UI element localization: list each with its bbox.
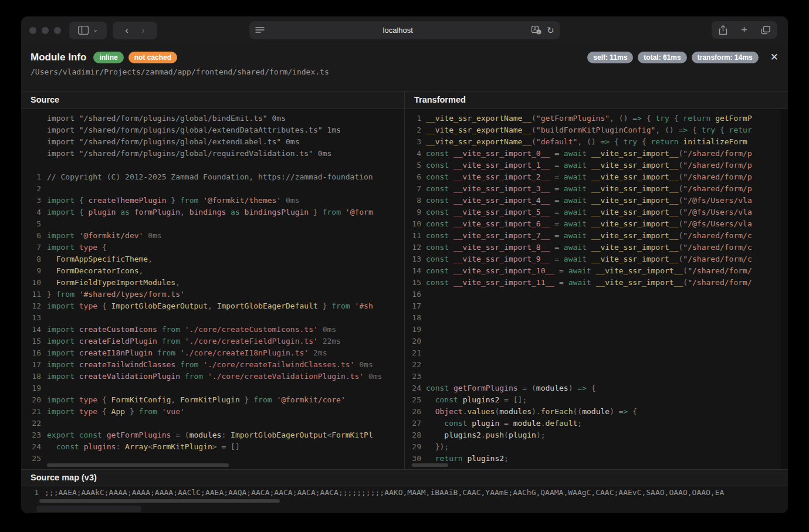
code-line: 10const __vite_ssr_import_6__ = await __… (405, 218, 788, 230)
code-line: 10 FormFieldTypeImportModules, (21, 277, 404, 289)
code-line: 21 (405, 347, 788, 359)
code-line: 2 (21, 183, 404, 195)
not-cached-badge: not cached (128, 52, 177, 63)
code-line: 1__vite_ssr_exportName__("getFormPlugins… (405, 113, 788, 124)
browser-window: ⌄ ‹ › localhost Ax ↻ + (21, 16, 788, 513)
code-line: 26 Object.values(modules).forEach((modul… (405, 406, 788, 418)
code-line: 8const __vite_ssr_import_4__ = await __v… (405, 195, 788, 206)
page-hscrollbar[interactable] (36, 506, 141, 512)
code-line: 23 (405, 371, 788, 382)
chevron-down-icon: ⌄ (93, 26, 98, 33)
code-line: 5const __vite_ssr_import_1__ = await __v… (405, 160, 788, 171)
address-bar[interactable]: localhost Ax ↻ (249, 21, 560, 39)
sidebar-icon (78, 26, 89, 35)
code-line: 11} from '#shared/types/form.ts' (21, 289, 404, 300)
transformed-vscrollbar-track[interactable] (781, 109, 788, 469)
code-line: 8 FormAppSpecificTheme, (21, 253, 404, 265)
code-line: 30 return plugins2; (405, 453, 788, 465)
traffic-lights (29, 27, 61, 34)
code-line: 20import type { FormKitConfig, FormKitPl… (21, 394, 404, 406)
svg-text:A: A (533, 27, 537, 32)
code-line: 4const __vite_ssr_import_0__ = await __v… (405, 148, 788, 160)
code-line: 22 (21, 418, 404, 429)
new-tab-button[interactable]: + (741, 23, 747, 36)
forward-button[interactable]: › (141, 25, 145, 35)
close-icon[interactable]: ✕ (770, 51, 778, 63)
code-line (21, 160, 404, 171)
code-line: 15import createFieldPlugin from './core/… (21, 336, 404, 347)
module-info-header: Module Info inline not cached self: 11ms… (21, 44, 788, 91)
code-line: 9const __vite_ssr_import_5__ = await __v… (405, 206, 788, 218)
minimize-window-button[interactable] (42, 27, 49, 34)
code-line: 25 const plugins2 = []; (405, 394, 788, 406)
sourcemap-content: ;;;AAEA;AAAkC;AAAA;AAAA;AAAA;AAClC;AAEA;… (45, 486, 724, 499)
code-line: 9 FormDecoratorIcons, (21, 265, 404, 277)
transformed-panel: Transformed 1__vite_ssr_exportName__("ge… (405, 92, 788, 469)
self-time-badge: self: 11ms (587, 52, 633, 63)
code-line: 17import createTailwindClasses from './c… (21, 359, 404, 371)
toolbar-right-buttons: + (712, 21, 777, 39)
inline-badge: inline (93, 52, 123, 63)
code-line: 13const __vite_ssr_import_9__ = await __… (405, 253, 788, 265)
code-line: 23export const getFormPlugins = (modules… (21, 429, 404, 441)
sourcemap-title: Source map (v3) (21, 470, 788, 486)
code-line: 15const __vite_ssr_import_11__ = await _… (405, 277, 788, 289)
code-line: 29 }); (405, 441, 788, 453)
code-line: 19 (21, 382, 404, 394)
code-line: 7const __vite_ssr_import_3__ = await __v… (405, 183, 788, 195)
code-line: 25 (21, 453, 404, 465)
sourcemap-hscrollbar[interactable] (39, 499, 280, 503)
code-line: 16import createI18nPlugin from './core/c… (21, 347, 404, 359)
code-line: 19 (405, 324, 788, 336)
source-hscrollbar[interactable] (47, 463, 229, 467)
code-line: 27 const plugin = module.default; (405, 418, 788, 429)
sidebar-toggle-button[interactable]: ⌄ (69, 22, 107, 39)
code-line: 14import createCustomIcons from './core/… (21, 324, 404, 336)
close-window-button[interactable] (29, 27, 36, 34)
transformed-panel-title: Transformed (405, 92, 788, 109)
code-line: 1// Copyright (C) 2012-2025 Zammad Found… (21, 171, 404, 183)
transformed-hscrollbar[interactable] (412, 463, 448, 467)
page-title: Module Info (31, 52, 86, 63)
code-line: 7import type { (21, 242, 404, 253)
total-time-badge: total: 61ms (638, 52, 686, 63)
code-line: 6import '@formkit/dev' 0ms (21, 230, 404, 242)
back-button[interactable]: ‹ (125, 25, 128, 35)
code-line: 5 (21, 218, 404, 230)
code-line: import "/shared/form/plugins/global/requ… (21, 148, 404, 160)
code-line: 3__vite_ssr_exportName__("default", () =… (405, 136, 788, 148)
code-line: 28 plugins2.push(plugin); (405, 429, 788, 441)
code-line: 11const __vite_ssr_import_7__ = await __… (405, 230, 788, 242)
code-line: import "/shared/form/plugins/global/exte… (21, 136, 404, 148)
nav-buttons: ‹ › (113, 22, 157, 39)
code-line: 16 (405, 289, 788, 300)
code-panels: Source import "/shared/form/plugins/glob… (21, 91, 788, 469)
sourcemap-section: Source map (v3) 1 ;;;AAEA;AAAkC;AAAA;AAA… (21, 469, 788, 513)
code-line: 3import { createThemePlugin } from '@for… (21, 195, 404, 206)
code-line: 12import type { ImportGlobEagerOutput, I… (21, 300, 404, 312)
code-line: 2__vite_ssr_exportName__("buildFormKitPl… (405, 124, 788, 136)
code-line: 21import type { App } from 'vue' (21, 406, 404, 418)
transform-time-badge: transform: 14ms (692, 52, 759, 63)
sourcemap-line: 1 ;;;AAEA;AAAkC;AAAA;AAAA;AAAA;AAClC;AAE… (21, 486, 788, 499)
code-line: 13 (21, 312, 404, 324)
code-line: 24const getFormPlugins = (modules) => { (405, 382, 788, 394)
code-line: 22 (405, 359, 788, 371)
code-line: 20 (405, 336, 788, 347)
tab-overview-icon[interactable] (761, 26, 770, 35)
reload-icon[interactable]: ↻ (547, 25, 554, 36)
zoom-window-button[interactable] (54, 27, 61, 34)
translate-icon[interactable]: Ax (532, 26, 541, 35)
code-line: 17 (405, 300, 788, 312)
code-line: 18import createValidationPlugin from './… (21, 371, 404, 382)
transformed-code-area[interactable]: 1__vite_ssr_exportName__("getFormPlugins… (405, 109, 788, 469)
code-line: import "/shared/form/plugins/global/bind… (21, 113, 404, 124)
reader-view-icon[interactable] (255, 26, 265, 34)
url-text: localhost (265, 26, 532, 35)
share-icon[interactable] (719, 25, 727, 35)
code-line: 18 (405, 312, 788, 324)
source-code-area[interactable]: import "/shared/form/plugins/global/bind… (21, 109, 404, 469)
source-panel-title: Source (21, 92, 404, 109)
code-line: 4import { plugin as formPlugin, bindings… (21, 206, 404, 218)
sourcemap-line-number: 1 (21, 486, 39, 499)
